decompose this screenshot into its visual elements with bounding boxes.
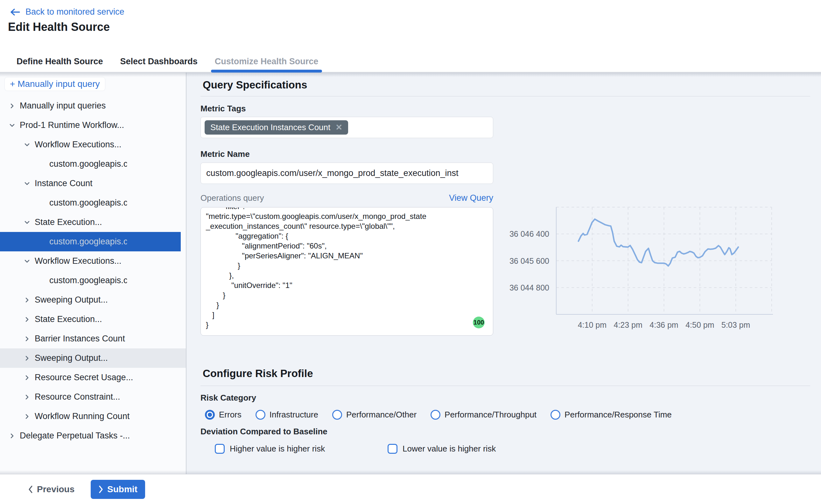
- tree-item-label: Resource Constraint...: [35, 392, 120, 402]
- configure-risk-profile-title: Configure Risk Profile: [203, 367, 313, 380]
- risk-option-label: Performance/Other: [346, 410, 417, 420]
- tab-select-dashboards[interactable]: Select Dashboards: [119, 51, 199, 72]
- checkbox-unchecked-icon[interactable]: [388, 444, 397, 454]
- tree-item-label: Workflow Executions...: [35, 140, 122, 150]
- back-link[interactable]: Back to monitored service: [10, 7, 124, 17]
- page-header: Back to monitored service Edit Health So…: [0, 0, 821, 73]
- tree-item-label: custom.googleapis.co: [49, 198, 127, 208]
- tree-item-workflow-running-count[interactable]: Workflow Running Count: [0, 407, 186, 426]
- tree-item-label: Sweeping Output...: [35, 353, 108, 363]
- risk-option-performance-throughput[interactable]: Performance/Throughput: [431, 410, 537, 420]
- y-axis-tick-label: 36 045 600: [509, 256, 549, 265]
- x-axis-tick-label: 4:23 pm: [614, 320, 642, 329]
- section-divider: [200, 386, 810, 386]
- chevron-down-icon: [23, 180, 31, 187]
- tree-item-sweeping-output[interactable]: Sweeping Output...: [0, 348, 186, 368]
- chevron-right-icon: [23, 354, 31, 362]
- tree-item-label: Barrier Instances Count: [35, 334, 125, 344]
- page-title: Edit Health Source: [8, 20, 110, 34]
- tree-item-custom-googleapis-co[interactable]: custom.googleapis.co: [0, 154, 186, 174]
- tree-item-state-execution[interactable]: State Execution...: [0, 213, 186, 232]
- tree-item-label: Sweeping Output...: [35, 295, 108, 305]
- checkbox-unchecked-icon[interactable]: [215, 444, 225, 454]
- section-divider: [200, 96, 810, 96]
- tree-item-label: Manually input queries: [20, 101, 106, 111]
- metric-chart: 36 046 40036 045 60036 044 8004:10 pm4:2…: [505, 206, 810, 333]
- tree-item-custom-googleapis-co[interactable]: custom.googleapis.co: [0, 193, 186, 213]
- operations-query-row: Operations query View Query: [200, 193, 493, 203]
- metric-name-label: Metric Name: [200, 149, 250, 159]
- main-panel: Query Specifications Metric Tags State E…: [186, 73, 821, 474]
- tree-item-manually-input-queries[interactable]: Manually input queries: [0, 96, 186, 115]
- content-area: + Manually input query Manually input qu…: [0, 73, 821, 474]
- checkbox-label: Lower value is higher risk: [403, 444, 496, 454]
- code-clipped-line: "filter":: [206, 207, 488, 211]
- metric-tags-input[interactable]: State Execution Instances Count ✕: [200, 117, 493, 138]
- tab-customize-health-source[interactable]: Customize Health Source: [214, 51, 320, 72]
- tree-item-label: custom.googleapis.co: [49, 237, 127, 247]
- tree-item-workflow-executions[interactable]: Workflow Executions...: [0, 135, 186, 154]
- tree-item-label: State Execution...: [35, 314, 102, 324]
- radio-unselected-icon[interactable]: [332, 410, 342, 420]
- add-manual-query-button[interactable]: + Manually input query: [5, 77, 105, 91]
- tree-item-custom-googleapis-co[interactable]: custom.googleapis.co: [0, 232, 181, 251]
- tree-item-instance-count[interactable]: Instance Count: [0, 174, 186, 193]
- tree-item-prod-1-runtime-workflow[interactable]: Prod-1 Runtime Workflow...: [0, 115, 186, 135]
- checkbox-item-lower-value-is-higher-risk[interactable]: Lower value is higher risk: [388, 444, 496, 454]
- tree-item-state-execution[interactable]: State Execution...: [0, 310, 186, 329]
- x-axis-tick-label: 4:10 pm: [578, 320, 607, 329]
- tab-bar: Define Health SourceSelect DashboardsCus…: [15, 51, 319, 72]
- chevron-right-icon: [23, 374, 31, 381]
- radio-unselected-icon[interactable]: [431, 410, 440, 420]
- radio-unselected-icon[interactable]: [256, 410, 265, 420]
- radio-selected-icon[interactable]: [205, 410, 215, 420]
- tree-item-custom-googleapis-co[interactable]: custom.googleapis.co: [0, 271, 186, 290]
- tree-item-delegate-perpetual-tasks[interactable]: Delegate Perpetual Tasks -...: [0, 426, 186, 445]
- y-axis-tick-label: 36 046 400: [509, 229, 549, 238]
- query-score-badge: 100: [473, 317, 485, 328]
- risk-option-performance-response-time[interactable]: Performance/Response Time: [551, 410, 672, 420]
- metric-name-input[interactable]: [200, 163, 493, 184]
- previous-button[interactable]: Previous: [28, 474, 74, 504]
- tree-item-workflow-executions[interactable]: Workflow Executions...: [0, 251, 186, 271]
- query-specifications-title: Query Specifications: [203, 79, 307, 91]
- metric-tree: Manually input queriesProd-1 Runtime Wor…: [0, 96, 186, 445]
- metric-timeseries-line: [579, 219, 738, 266]
- x-axis-tick-label: 5:03 pm: [721, 320, 750, 329]
- risk-category-options: ErrorsInfrastructurePerformance/OtherPer…: [205, 409, 672, 420]
- risk-category-label: Risk Category: [200, 393, 256, 403]
- tree-item-resource-secret-usage[interactable]: Resource Secret Usage...: [0, 368, 186, 387]
- view-query-link[interactable]: View Query: [449, 193, 493, 203]
- back-arrow-icon: [10, 8, 20, 17]
- risk-option-label: Performance/Response Time: [565, 410, 672, 420]
- operations-query-code: "metric.type=\"custom.googleapis.com/use…: [206, 211, 488, 330]
- chevron-left-icon: [28, 485, 33, 493]
- chip-remove-icon[interactable]: ✕: [335, 123, 342, 132]
- operations-query-editor[interactable]: "filter": "metric.type=\"custom.googleap…: [200, 207, 493, 336]
- checkbox-item-higher-value-is-higher-risk[interactable]: Higher value is higher risk: [215, 444, 325, 454]
- tree-item-label: custom.googleapis.co: [49, 276, 127, 285]
- back-link-label: Back to monitored service: [25, 7, 124, 17]
- chevron-down-icon: [23, 141, 31, 149]
- tree-item-barrier-instances-count[interactable]: Barrier Instances Count: [0, 329, 186, 348]
- tree-item-label: Instance Count: [35, 179, 93, 188]
- radio-unselected-icon[interactable]: [551, 410, 560, 420]
- tree-item-sweeping-output[interactable]: Sweeping Output...: [0, 290, 186, 310]
- chevron-down-icon: [23, 219, 31, 226]
- risk-option-performance-other[interactable]: Performance/Other: [332, 410, 417, 420]
- metric-tag-chip: State Execution Instances Count ✕: [205, 120, 348, 135]
- tab-define-health-source[interactable]: Define Health Source: [15, 51, 104, 72]
- risk-option-infrastructure[interactable]: Infrastructure: [256, 410, 318, 420]
- chevron-right-icon: [23, 296, 31, 304]
- submit-button-label: Submit: [107, 484, 137, 494]
- chevron-right-icon: [23, 316, 31, 323]
- metric-sidebar: + Manually input query Manually input qu…: [0, 73, 186, 474]
- submit-button[interactable]: Submit: [91, 480, 145, 499]
- edit-health-source-screen: Back to monitored service Edit Health So…: [0, 0, 821, 504]
- tree-item-label: Workflow Executions...: [35, 256, 122, 266]
- risk-option-label: Performance/Throughput: [445, 410, 537, 420]
- tree-item-resource-constraint[interactable]: Resource Constraint...: [0, 387, 186, 407]
- tree-item-label: Delegate Perpetual Tasks -...: [20, 431, 130, 441]
- metric-tags-label: Metric Tags: [200, 104, 246, 114]
- risk-option-errors[interactable]: Errors: [205, 410, 242, 420]
